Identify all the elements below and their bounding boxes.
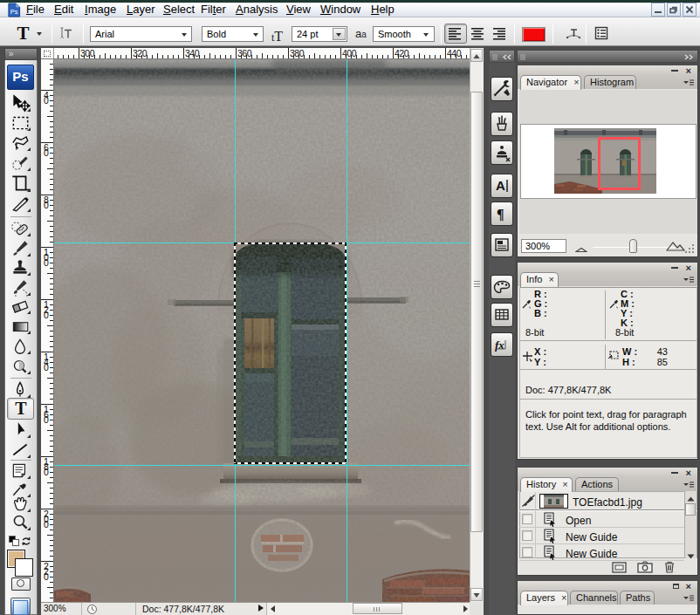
svg-text:¶: ¶ bbox=[497, 207, 504, 222]
svg-text:A: A bbox=[496, 178, 505, 193]
svg-text:Ps: Ps bbox=[10, 8, 18, 16]
svg-text:fx: fx bbox=[495, 338, 504, 352]
